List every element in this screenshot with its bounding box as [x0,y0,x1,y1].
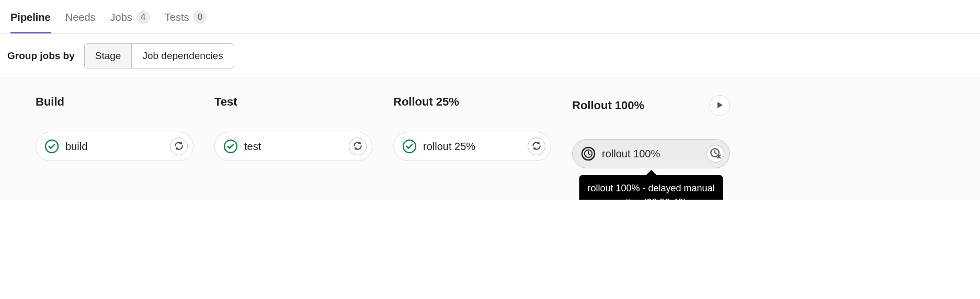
stage-header: Rollout 100% [572,95,730,116]
tab-label: Jobs [110,12,132,24]
stage-build: Build build [36,95,193,161]
group-by-row: Group jobs by Stage Job dependencies [0,34,980,78]
tab-tests[interactable]: Tests 0 [165,4,207,33]
retry-icon [174,141,184,153]
tab-label: Tests [165,12,189,24]
pipeline-graph: Build build Test [0,78,980,200]
stage-title: Build [36,95,64,109]
job-rollout-100[interactable]: rollout 100% rollout 100% - delayed manu… [572,139,730,168]
stage-title: Rollout 25% [393,95,459,109]
play-stage-button[interactable] [709,95,730,116]
job-rollout-25[interactable]: rollout 25% [393,132,551,161]
stage-title: Rollout 100% [572,99,644,112]
tab-label: Needs [65,12,96,24]
job-tooltip: rollout 100% - delayed manual action (23… [579,175,723,200]
retry-button[interactable] [349,137,367,155]
stage-header: Rollout 25% [393,95,551,109]
stage-header: Test [214,95,372,109]
tab-label: Pipeline [10,12,51,24]
group-by-label: Group jobs by [7,50,75,62]
tooltip-line: action (23:59:40) [587,196,714,200]
stages-row: Build build Test [7,95,973,168]
tab-jobs[interactable]: Jobs 4 [110,4,150,33]
tab-needs[interactable]: Needs [65,5,96,33]
job-name: rollout 25% [423,141,521,153]
tab-pipeline[interactable]: Pipeline [10,5,51,33]
clock-cancel-icon [710,147,721,160]
group-by-dependencies-button[interactable]: Job dependencies [131,44,233,68]
stage-rollout-100: Rollout 100% rollout 100% [572,95,730,168]
retry-button[interactable] [528,137,545,155]
retry-icon [352,141,363,153]
svg-marker-9 [717,102,723,108]
group-by-stage-button[interactable]: Stage [85,44,132,68]
stage-rollout-25: Rollout 25% rollout 25% [393,95,551,161]
unschedule-button[interactable] [706,145,724,163]
retry-icon [531,141,542,153]
job-name: build [65,141,164,153]
tooltip-line: rollout 100% - delayed manual [587,181,714,196]
group-by-segmented: Stage Job dependencies [84,43,234,68]
job-build[interactable]: build [36,132,193,161]
job-name: rollout 100% [602,148,700,160]
tests-count-badge: 0 [193,10,207,24]
scheduled-icon [581,146,596,161]
jobs-count-badge: 4 [136,10,150,24]
job-test[interactable]: test [214,132,372,161]
stage-test: Test test [214,95,372,161]
stage-title: Test [214,95,237,109]
pipeline-tabs: Pipeline Needs Jobs 4 Tests 0 [0,0,980,34]
job-name: test [244,141,343,153]
stage-header: Build [36,95,193,109]
retry-button[interactable] [170,137,188,155]
success-icon [223,139,238,154]
play-icon [715,101,724,111]
success-icon [402,139,417,154]
success-icon [44,139,59,154]
